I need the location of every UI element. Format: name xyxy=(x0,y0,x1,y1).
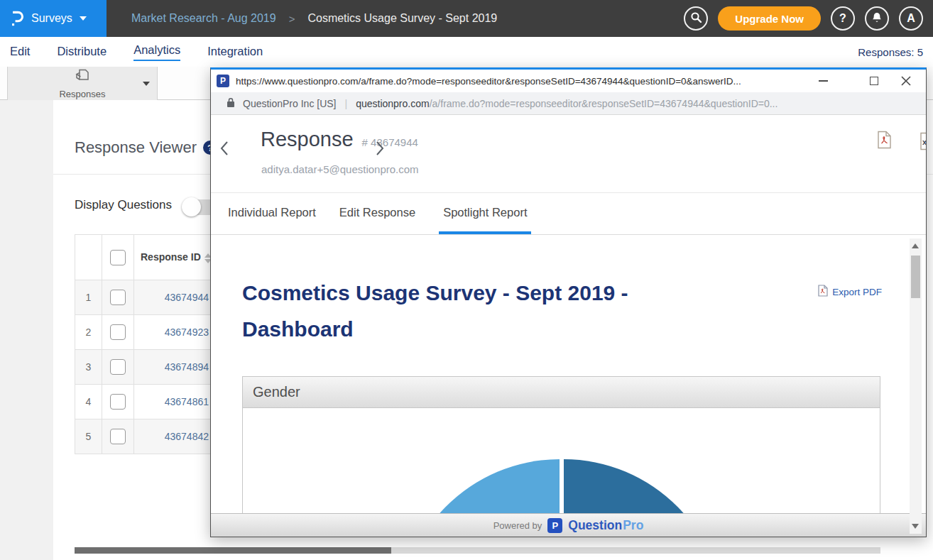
breadcrumb: Market Research - Aug 2019 > Cosmetics U… xyxy=(131,0,497,37)
tab-individual-report[interactable]: Individual Report xyxy=(228,193,316,234)
bell-icon xyxy=(871,11,883,26)
popup-title-bar[interactable]: P https://www.questionpro.com/a/frame.do… xyxy=(211,70,926,92)
surveys-label: Surveys xyxy=(31,12,72,25)
nav-item-integration[interactable]: Integration xyxy=(207,45,263,60)
maximize-button[interactable] xyxy=(868,75,880,87)
gender-chart-area xyxy=(243,408,880,513)
previous-response-button[interactable] xyxy=(220,141,229,159)
address-bar[interactable]: QuestionPro Inc [US] | questionpro.com /… xyxy=(211,92,926,115)
nav-item-analytics[interactable]: Analytics xyxy=(133,43,180,61)
chevron-down-icon xyxy=(80,16,87,21)
upgrade-now-button[interactable]: Upgrade Now xyxy=(718,6,821,31)
row-number: 1 xyxy=(75,280,102,315)
response-id-label: # 43674944 xyxy=(362,136,418,148)
row-checkbox[interactable] xyxy=(110,359,126,375)
security-org-label: QuestionPro Inc [US] xyxy=(243,98,337,109)
pie-slice-right[interactable] xyxy=(564,459,725,513)
response-id-link[interactable]: 43674923 xyxy=(134,315,214,350)
response-tabs: Individual Report Edit Response Spotligh… xyxy=(211,193,926,235)
minimize-button[interactable] xyxy=(817,75,829,87)
top-bar: Surveys Market Research - Aug 2019 > Cos… xyxy=(0,0,933,37)
row-checkbox[interactable] xyxy=(110,394,126,410)
gender-section: Gender xyxy=(242,376,880,513)
response-id-link[interactable]: 43674944 xyxy=(134,280,214,315)
response-editor-popup: P https://www.questionpro.com/a/frame.do… xyxy=(210,67,927,537)
scroll-up-icon[interactable] xyxy=(912,243,919,248)
svg-text:x: x xyxy=(922,138,926,146)
spotlight-report-body: Export PDF Cosmetics Usage Survey - Sept… xyxy=(211,235,926,513)
horizontal-scrollbar-thumb[interactable] xyxy=(75,547,391,554)
gender-pie-chart xyxy=(398,459,725,513)
search-button[interactable] xyxy=(684,6,708,31)
dashboard-heading-line2: Dashboard xyxy=(242,311,628,347)
response-header: Response # 43674944 aditya.datar+5@quest… xyxy=(211,115,926,193)
response-id-header-label: Response ID xyxy=(141,251,201,263)
notifications-button[interactable] xyxy=(865,6,889,31)
address-path: /a/frame.do?mode=responseeditor&response… xyxy=(430,98,778,109)
respondent-email: aditya.datar+5@questionpro.com xyxy=(261,163,419,175)
export-pdf-label: Export PDF xyxy=(832,287,882,297)
responses-tool-label: Responses xyxy=(59,89,105,99)
lock-icon xyxy=(227,97,235,110)
close-icon[interactable] xyxy=(900,75,912,87)
response-id-header[interactable]: Response ID xyxy=(134,235,214,280)
row-checkbox[interactable] xyxy=(110,290,126,305)
display-questions-label: Display Questions xyxy=(75,198,172,212)
row-number: 2 xyxy=(75,315,102,350)
responses-count: Responses: 5 xyxy=(858,46,923,58)
gender-section-header: Gender xyxy=(243,377,880,408)
dashboard-heading: Cosmetics Usage Survey - Sept 2019 - Das… xyxy=(242,275,628,347)
response-title: Response xyxy=(261,128,354,151)
response-title-row: Response # 43674944 xyxy=(261,128,418,151)
tab-spotlight-report[interactable]: Spotlight Report xyxy=(439,193,531,234)
popup-vertical-scrollbar[interactable] xyxy=(910,238,922,534)
surveys-menu[interactable]: Surveys xyxy=(0,0,107,37)
tab-edit-response[interactable]: Edit Response xyxy=(339,193,415,234)
powered-by-label: Powered by xyxy=(493,520,542,531)
row-number-header xyxy=(75,235,102,280)
breadcrumb-separator: > xyxy=(289,13,295,25)
topbar-actions: Upgrade Now ? A xyxy=(684,0,923,37)
pdf-export-icon[interactable] xyxy=(877,131,892,152)
row-checkbox[interactable] xyxy=(110,429,126,444)
page-gutter xyxy=(0,100,53,560)
horizontal-scrollbar[interactable] xyxy=(75,547,880,554)
survey-nav: Edit Distribute Analytics Integration Re… xyxy=(0,37,933,67)
select-all-checkbox[interactable] xyxy=(110,250,126,265)
pdf-icon xyxy=(818,285,828,300)
row-number: 4 xyxy=(75,385,102,419)
next-response-button[interactable] xyxy=(376,141,384,159)
viewer-title-text: Response Viewer xyxy=(75,138,197,157)
responses-icon xyxy=(73,67,92,88)
row-number: 5 xyxy=(75,419,102,454)
questionpro-favicon: P xyxy=(217,75,229,87)
help-button[interactable]: ? xyxy=(831,6,855,31)
questionpro-logo-icon xyxy=(10,10,24,27)
brand-pro: Pro xyxy=(623,518,643,533)
display-questions-toggle-knob[interactable] xyxy=(182,197,201,216)
breadcrumb-survey: Cosmetics Usage Survey - Sept 2019 xyxy=(307,12,497,25)
scroll-down-icon[interactable] xyxy=(912,524,919,529)
export-pdf-link[interactable]: Export PDF xyxy=(818,285,882,300)
powered-by-footer: Powered by P Question Pro xyxy=(211,513,926,537)
scrollbar-thumb[interactable] xyxy=(911,256,920,298)
response-id-link[interactable]: 43674861 xyxy=(134,385,214,419)
word-export-icon-partial[interactable]: x xyxy=(920,132,926,150)
breadcrumb-folder-link[interactable]: Market Research - Aug 2019 xyxy=(131,12,276,25)
response-id-link[interactable]: 43674894 xyxy=(134,350,214,385)
avatar[interactable]: A xyxy=(899,6,923,31)
brand-question: Question xyxy=(568,518,622,533)
row-checkbox[interactable] xyxy=(110,324,126,340)
nav-item-edit[interactable]: Edit xyxy=(10,45,30,60)
address-separator: | xyxy=(345,98,348,109)
popup-title-url: https://www.questionpro.com/a/frame.do?m… xyxy=(236,76,817,87)
chevron-down-icon[interactable] xyxy=(143,82,150,86)
pie-slice-left[interactable] xyxy=(398,459,560,513)
page-title: Response Viewer ? xyxy=(75,138,217,157)
response-id-link[interactable]: 43674842 xyxy=(134,419,214,454)
nav-item-distribute[interactable]: Distribute xyxy=(57,45,107,60)
dashboard-heading-line1: Cosmetics Usage Survey - Sept 2019 - xyxy=(242,275,628,311)
address-domain: questionpro.com xyxy=(356,98,430,109)
responses-tool-button[interactable]: Responses xyxy=(7,67,158,100)
row-number: 3 xyxy=(75,350,102,385)
